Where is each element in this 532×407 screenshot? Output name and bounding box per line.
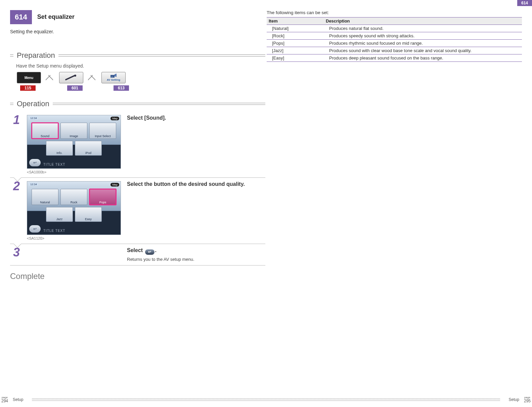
image-id: <SA1000b> bbox=[27, 170, 121, 174]
return-icon[interactable]: ↩ bbox=[29, 225, 41, 233]
shot-title-text: TITLE TEXT bbox=[43, 229, 65, 233]
table-row: [Natural]Produces natural flat sound. bbox=[267, 25, 522, 32]
return-badge-icon: ↩ bbox=[145, 249, 154, 255]
options-table: Item Description [Natural]Produces natur… bbox=[267, 17, 522, 62]
image-id: <SA1120> bbox=[27, 236, 121, 240]
menu-button-icon: Menu bbox=[17, 72, 41, 83]
map-badge: Map bbox=[110, 183, 119, 187]
shot-title-text: TITLE TEXT bbox=[43, 163, 65, 166]
title-number: 614 bbox=[10, 10, 32, 24]
tile-pops[interactable]: Pops bbox=[89, 189, 116, 205]
arrow-icon bbox=[46, 75, 54, 81]
ref-badge: 115 bbox=[20, 85, 36, 91]
av-setting-label: ♪ AV Setting bbox=[107, 74, 120, 82]
table-row: [Rock]Produces speedy sound with strong … bbox=[267, 32, 522, 40]
tile-jazz[interactable]: Jazz bbox=[46, 207, 73, 222]
reference-badges: 115 601 613 bbox=[20, 85, 265, 91]
return-icon[interactable]: ↩ bbox=[29, 159, 41, 166]
page-title: Set equalizer bbox=[32, 10, 80, 24]
title-block: 614 Set equalizer bbox=[10, 10, 265, 24]
ref-badge: 613 bbox=[114, 85, 129, 91]
section-tab: 614 bbox=[517, 0, 532, 6]
av-setting-icon: ♪ AV Setting bbox=[101, 72, 126, 83]
tile-input-select[interactable]: Input Select bbox=[89, 123, 116, 139]
tile-rock[interactable]: Rock bbox=[60, 189, 87, 205]
th-desc: Description bbox=[324, 17, 522, 25]
step2-screenshot: 12:34 Map Natural Rock Pops Jazz Easy ↩ … bbox=[27, 181, 121, 235]
table-row: [Pops]Produces rhythmic sound focused on… bbox=[267, 40, 522, 47]
settings-jack-icon bbox=[59, 72, 83, 83]
complete-label: Complete bbox=[10, 272, 265, 281]
svg-text:♪: ♪ bbox=[112, 76, 113, 78]
tile-easy[interactable]: Easy bbox=[75, 207, 102, 222]
step-number: 3 bbox=[10, 245, 23, 259]
tile-image[interactable]: Image bbox=[60, 123, 87, 139]
step-3: 3 Select ↩. Returns you to the AV setup … bbox=[10, 244, 265, 266]
preparation-text: Have the Setup menu displayed. bbox=[16, 63, 265, 69]
step-number: 1 bbox=[10, 113, 23, 127]
arrow-icon bbox=[88, 75, 97, 81]
svg-rect-2 bbox=[110, 75, 115, 78]
right-page: The following items can be set: Item Des… bbox=[267, 10, 522, 392]
preparation-heading-text: Preparation bbox=[15, 51, 56, 60]
step-2: 2 12:34 Map Natural Rock Pops Jazz Easy … bbox=[10, 178, 265, 244]
footer: page 294 Setup Setup page 295 bbox=[0, 395, 532, 404]
shot-time: 12:34 bbox=[29, 117, 38, 120]
table-intro: The following items can be set: bbox=[267, 10, 522, 15]
operation-heading: Operation bbox=[10, 99, 265, 108]
preparation-heading: Preparation bbox=[10, 51, 265, 60]
preparation-icon-row: Menu ♪ AV Setting bbox=[17, 72, 265, 83]
svg-point-1 bbox=[74, 75, 76, 77]
footer-section-left: Setup bbox=[13, 397, 23, 402]
ref-badge: 601 bbox=[67, 85, 83, 91]
page-num-left: page 294 bbox=[1, 396, 8, 403]
tile-ipod[interactable]: iPod bbox=[75, 141, 102, 156]
step3-subtext: Returns you to the AV setup menu. bbox=[127, 257, 265, 262]
table-row: [Easy]Produces deep pleasant sound focus… bbox=[267, 54, 522, 62]
step1-instruction: Select [Sound]. bbox=[127, 115, 265, 121]
map-badge: Map bbox=[110, 117, 119, 120]
svg-line-0 bbox=[66, 76, 75, 80]
tile-natural[interactable]: Natural bbox=[32, 189, 58, 205]
left-page: 614 Set equalizer Setting the equalizer.… bbox=[10, 10, 265, 392]
step3-instruction: Select ↩. Returns you to the AV setup me… bbox=[127, 247, 265, 262]
page-num-right: page 295 bbox=[524, 396, 531, 403]
shot-time: 12:34 bbox=[29, 183, 38, 186]
table-row: [Jazz]Produces sound with clear wood bas… bbox=[267, 47, 522, 54]
step-number: 2 bbox=[10, 179, 23, 193]
th-item: Item bbox=[267, 17, 324, 25]
footer-bar bbox=[32, 398, 500, 401]
step1-screenshot: 12:34 Map Sound Image Input Select Info.… bbox=[27, 115, 121, 169]
intro-text: Setting the equalizer. bbox=[10, 29, 265, 34]
footer-section-right: Setup bbox=[509, 397, 519, 402]
step2-instruction: Select the button of the desired sound q… bbox=[127, 181, 265, 187]
operation-heading-text: Operation bbox=[15, 99, 51, 108]
step-1: 1 12:34 Map Sound Image Input Select Inf… bbox=[10, 112, 265, 178]
tile-info[interactable]: Info. bbox=[46, 141, 73, 156]
tile-sound[interactable]: Sound bbox=[32, 123, 58, 139]
